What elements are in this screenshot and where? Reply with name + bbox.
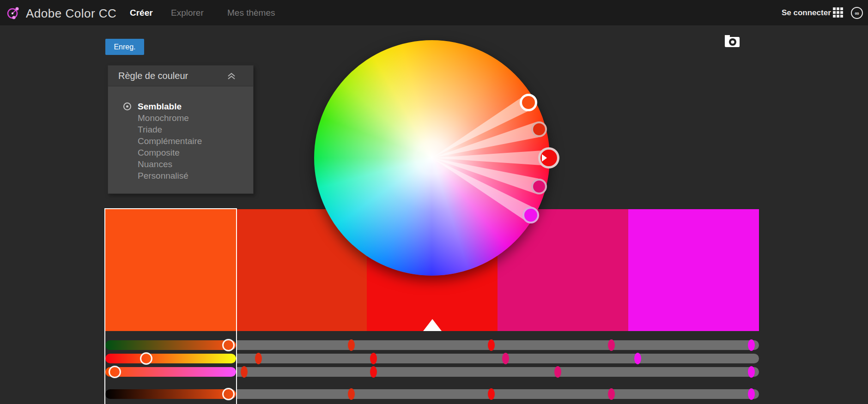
base-handle-notch xyxy=(542,154,547,162)
tab-mes-themes[interactable]: Mes thèmes xyxy=(227,0,275,25)
app-title: Adobe Color CC xyxy=(26,6,116,21)
blue-slider-swatch-3[interactable] xyxy=(367,367,498,377)
red-slider-row xyxy=(105,340,759,350)
wheel-handle-2[interactable] xyxy=(531,121,547,137)
slider-ring-handle[interactable] xyxy=(222,339,235,351)
tab-creer[interactable]: Créer xyxy=(130,0,153,25)
blue-slider-swatch-5[interactable] xyxy=(628,367,759,377)
slider-dot-handle[interactable] xyxy=(748,366,755,378)
sign-in-link[interactable]: Se connecter xyxy=(782,0,831,25)
navbar: Adobe Color CC CréerExplorerMes thèmes S… xyxy=(0,0,868,25)
slider-dot-handle[interactable] xyxy=(255,353,262,364)
red-slider-swatch-2[interactable] xyxy=(236,340,367,350)
chevron-double-up-icon[interactable] xyxy=(226,72,237,82)
rule-option-complementaire[interactable]: Complémentaire xyxy=(108,135,253,147)
tab-explorer[interactable]: Explorer xyxy=(171,0,204,25)
slider-dot-handle[interactable] xyxy=(748,388,755,400)
wheel-handle-1[interactable] xyxy=(520,94,537,111)
radio-selected-icon xyxy=(123,103,131,110)
slider-dot-handle[interactable] xyxy=(488,388,495,400)
slider-dot-handle[interactable] xyxy=(370,353,377,364)
green-slider-swatch-1[interactable] xyxy=(105,354,236,363)
rule-option-label: Triade xyxy=(138,125,162,135)
wheel-handle-4[interactable] xyxy=(531,179,547,194)
rule-option-label: Composite xyxy=(138,148,180,158)
slider-ring-handle[interactable] xyxy=(109,366,121,378)
wheel-handle-3[interactable] xyxy=(538,147,559,169)
red-slider-swatch-5[interactable] xyxy=(628,340,759,350)
save-button[interactable]: Enreg. xyxy=(105,39,144,55)
rule-option-semblable[interactable]: Semblable xyxy=(108,101,253,112)
color-rule-panel-header[interactable]: Règle de couleur xyxy=(108,66,253,86)
creative-cloud-icon[interactable]: ∞ xyxy=(850,6,863,19)
slider-dot-handle[interactable] xyxy=(554,366,561,378)
red-slider-swatch-3[interactable] xyxy=(367,340,498,350)
brand[interactable]: Adobe Color CC xyxy=(6,5,116,22)
rule-option-monochrome[interactable]: Monochrome xyxy=(108,112,253,124)
rule-option-label: Complémentaire xyxy=(138,136,202,146)
rule-option-personnalise[interactable]: Personnalisé xyxy=(108,170,253,181)
slider-dot-handle[interactable] xyxy=(348,388,355,400)
green-slider-swatch-2[interactable] xyxy=(236,354,367,363)
blue-slider-swatch-1[interactable] xyxy=(105,367,236,377)
slider-ring-handle[interactable] xyxy=(140,352,152,365)
slider-dot-handle[interactable] xyxy=(370,366,377,378)
svg-text:∞: ∞ xyxy=(855,10,859,17)
blue-slider-swatch-2[interactable] xyxy=(236,367,367,377)
color-rule-panel: Règle de couleur SemblableMonochromeTria… xyxy=(108,65,254,194)
brightness-slider-swatch-4[interactable] xyxy=(498,389,628,399)
brightness-slider-swatch-5[interactable] xyxy=(628,389,759,399)
slider-dot-handle[interactable] xyxy=(241,366,248,378)
rule-option-label: Nuances xyxy=(138,159,172,169)
slider-dot-handle[interactable] xyxy=(348,339,355,351)
rule-option-nuances[interactable]: Nuances xyxy=(108,158,253,170)
camera-icon[interactable] xyxy=(723,34,741,49)
slider-dot-handle[interactable] xyxy=(488,339,495,351)
apps-grid-icon[interactable] xyxy=(833,7,844,18)
color-rule-panel-title: Règle de couleur xyxy=(118,71,188,81)
base-color-pointer xyxy=(423,319,442,331)
red-slider-swatch-4[interactable] xyxy=(498,340,628,350)
rule-option-composite[interactable]: Composite xyxy=(108,147,253,158)
slider-dot-handle[interactable] xyxy=(608,388,615,400)
color-wheel[interactable] xyxy=(314,40,550,276)
blue-slider-swatch-4[interactable] xyxy=(498,367,628,377)
rule-option-triade[interactable]: Triade xyxy=(108,124,253,135)
slider-dot-handle[interactable] xyxy=(502,353,509,364)
green-slider-row xyxy=(105,354,759,363)
slider-ring-handle[interactable] xyxy=(222,388,235,400)
red-slider-swatch-1[interactable] xyxy=(105,340,236,350)
blue-slider-row xyxy=(105,367,759,377)
brightness-slider-swatch-3[interactable] xyxy=(367,389,498,399)
slider-dot-handle[interactable] xyxy=(634,353,641,364)
swatch-1[interactable] xyxy=(105,209,236,331)
rule-option-label: Personnalisé xyxy=(138,171,188,181)
adobe-color-logo-icon xyxy=(6,5,21,22)
wheel-handle-5[interactable] xyxy=(522,207,539,223)
brightness-slider-swatch-1[interactable] xyxy=(105,389,236,399)
rule-option-label: Monochrome xyxy=(138,113,189,123)
green-slider-swatch-5[interactable] xyxy=(628,354,759,363)
rule-option-label: Semblable xyxy=(138,102,182,112)
green-slider-swatch-3[interactable] xyxy=(367,354,498,363)
green-slider-swatch-4[interactable] xyxy=(498,354,628,363)
brightness-slider-swatch-2[interactable] xyxy=(236,389,367,399)
slider-dot-handle[interactable] xyxy=(748,339,755,351)
slider-dot-handle[interactable] xyxy=(608,339,615,351)
brightness-slider-row xyxy=(105,389,759,399)
swatch-5[interactable] xyxy=(628,209,759,331)
